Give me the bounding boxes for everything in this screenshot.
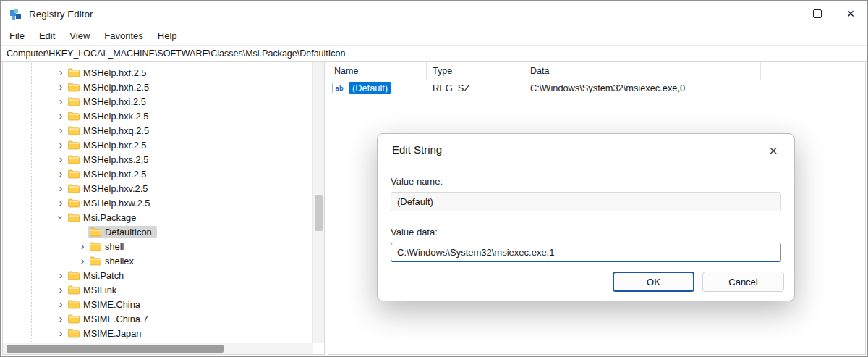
chevron-down-icon[interactable]: › (55, 212, 67, 222)
chevron-right-icon[interactable]: › (56, 313, 66, 324)
tree-vertical-scrollbar[interactable] (312, 62, 324, 343)
menu-item-view[interactable]: View (62, 28, 97, 43)
tree-item-mshelp.hxw.2.5[interactable]: ›MSHelp.hxw.2.5 (3, 196, 313, 210)
tree-item-mshelp.hxk.2.5[interactable]: ›MSHelp.hxk.2.5 (3, 109, 313, 123)
chevron-right-icon[interactable]: › (56, 154, 66, 165)
minimize-button[interactable] (767, 1, 801, 27)
tree-node[interactable]: MSIME.Japan (66, 327, 146, 340)
tree-node[interactable]: MSIME.China.7 (66, 313, 153, 325)
tree-node[interactable]: shell (88, 240, 129, 253)
tree-node[interactable]: MSHelp.hxh.2.5 (66, 81, 154, 93)
window-controls: × (767, 1, 867, 27)
folder-icon (68, 184, 80, 193)
vertical-scrollbar-thumb[interactable] (315, 195, 323, 231)
column-header-name[interactable]: Name (328, 62, 427, 80)
tree-node[interactable]: MSHelp.hxt.2.5 (66, 168, 152, 180)
folder-icon (68, 140, 80, 150)
tree-node[interactable]: MSHelp.hxk.2.5 (66, 110, 153, 122)
chevron-right-icon[interactable]: › (56, 125, 66, 136)
tree-node[interactable]: MSHelp.hxf.2.5 (66, 67, 152, 79)
tree-node[interactable]: MSHelp.hxv.2.5 (66, 182, 153, 195)
tree-node[interactable]: DefaultIcon (88, 226, 157, 238)
chevron-right-icon[interactable]: › (56, 81, 66, 93)
chevron-right-icon[interactable]: › (56, 197, 66, 209)
tree-item-label: MSHelp.hxr.2.5 (83, 140, 147, 151)
tree-node[interactable]: MSHelp.hxi.2.5 (66, 96, 151, 108)
chevron-right-icon[interactable]: › (56, 96, 66, 107)
chevron-right-icon[interactable]: › (56, 269, 66, 281)
tree-item-msi.patch[interactable]: ›Msi.Patch (3, 268, 313, 282)
registry-editor-window: Registry Editor × FileEditViewFavoritesH… (0, 0, 868, 357)
list-body: ab(Default)REG_SZC:\Windows\System32\msi… (328, 80, 865, 96)
close-icon: × (769, 143, 778, 158)
tree-item-shell[interactable]: ›shell (3, 239, 313, 253)
tree-item-msime.japan[interactable]: ›MSIME.Japan (3, 326, 313, 340)
dialog-close-button[interactable]: × (761, 140, 786, 161)
tree-item-label: MSHelp.hxk.2.5 (83, 111, 148, 122)
edit-string-dialog: Edit String × Value name: Value data: OK… (377, 133, 795, 301)
value-data-field[interactable] (391, 243, 781, 262)
menu-item-edit[interactable]: Edit (32, 28, 62, 43)
tree-node[interactable]: MSHelp.hxq.2.5 (66, 125, 154, 137)
tree-node[interactable]: MSHelp.hxr.2.5 (66, 139, 152, 151)
tree-item-mshelp.hxr.2.5[interactable]: ›MSHelp.hxr.2.5 (3, 138, 313, 152)
folder-icon (90, 227, 101, 237)
tree-item-mshelp.hxi.2.5[interactable]: ›MSHelp.hxi.2.5 (3, 94, 313, 109)
tree-item-mshelp.hxv.2.5[interactable]: ›MSHelp.hxv.2.5 (3, 181, 313, 196)
tree-item-mshelp.hxh.2.5[interactable]: ›MSHelp.hxh.2.5 (3, 80, 313, 94)
tree-node[interactable]: MSHelp.hxs.2.5 (66, 154, 153, 166)
menu-item-file[interactable]: File (2, 28, 32, 43)
tree-item-mshelp.hxf.2.5[interactable]: ›MSHelp.hxf.2.5 (3, 65, 313, 80)
maximize-button[interactable] (801, 1, 834, 27)
cancel-button[interactable]: Cancel (702, 272, 784, 292)
tree-item-mshelp.hxt.2.5[interactable]: ›MSHelp.hxt.2.5 (3, 167, 313, 181)
tree-node[interactable]: MSHelp.hxw.2.5 (66, 197, 155, 209)
tree-item-label: DefaultIcon (105, 227, 152, 238)
tree-item-mshelp.hxs.2.5[interactable]: ›MSHelp.hxs.2.5 (3, 152, 313, 167)
folder-icon (68, 112, 80, 121)
tree-node[interactable]: Msi.Patch (66, 269, 129, 282)
menu-item-favorites[interactable]: Favorites (97, 28, 150, 43)
tree-item-label: MSILink (83, 285, 116, 295)
horizontal-scrollbar-thumb[interactable] (7, 345, 224, 353)
tree-item-msime.china[interactable]: ›MSIME.China (3, 297, 313, 311)
tree-horizontal-scrollbar[interactable] (3, 343, 313, 354)
column-header-data[interactable]: Data (524, 62, 761, 80)
tree-item-msilink[interactable]: ›MSILink (3, 282, 313, 297)
chevron-right-icon[interactable]: › (56, 284, 66, 295)
chevron-right-icon[interactable]: › (56, 298, 66, 310)
column-header-type[interactable]: Type (427, 62, 524, 80)
tree-item-label: MSHelp.hxs.2.5 (83, 154, 148, 165)
address-bar[interactable]: Computer\HKEY_LOCAL_MACHINE\SOFTWARE\Cla… (1, 45, 867, 62)
value-name: (Default) (349, 82, 391, 94)
value-row[interactable]: ab(Default)REG_SZC:\Windows\System32\msi… (328, 80, 865, 96)
tree-panel: ›MSHelp.hxf.2.5›MSHelp.hxh.2.5›MSHelp.hx… (2, 61, 325, 355)
value-name-label: Value name: (391, 176, 443, 187)
chevron-right-icon[interactable]: › (77, 255, 88, 266)
tree-item-label: shell (105, 241, 124, 252)
chevron-right-icon[interactable]: › (56, 67, 66, 78)
tree-item-label: MSIME.China.7 (83, 314, 148, 324)
tree-item-msime.china.7[interactable]: ›MSIME.China.7 (3, 311, 313, 326)
tree-item-defaulticon[interactable]: DefaultIcon (3, 224, 313, 239)
chevron-right-icon[interactable]: › (77, 240, 88, 252)
chevron-right-icon[interactable]: › (56, 139, 66, 151)
folder-icon (68, 213, 80, 222)
chevron-right-icon[interactable]: › (56, 327, 66, 339)
ok-button[interactable]: OK (613, 272, 694, 292)
chevron-right-icon[interactable]: › (56, 182, 66, 194)
menu-item-help[interactable]: Help (150, 28, 184, 43)
chevron-right-icon[interactable]: › (56, 168, 66, 180)
tree-item-shellex[interactable]: ›shellex (3, 253, 313, 268)
tree-item-mshelp.hxq.2.5[interactable]: ›MSHelp.hxq.2.5 (3, 123, 313, 138)
tree-item-msi.package[interactable]: ›Msi.Package (3, 210, 313, 224)
tree-node[interactable]: MSIME.China (66, 298, 145, 311)
folder-icon (68, 83, 80, 92)
tree-node[interactable]: MSILink (66, 284, 122, 296)
value-name-field[interactable] (391, 192, 781, 211)
tree-node[interactable]: shellex (88, 255, 139, 267)
tree-node[interactable]: Msi.Package (66, 211, 141, 224)
chevron-right-icon[interactable]: › (56, 110, 66, 122)
close-button[interactable]: × (834, 1, 867, 27)
tree-view: ›MSHelp.hxf.2.5›MSHelp.hxh.2.5›MSHelp.hx… (3, 62, 313, 343)
